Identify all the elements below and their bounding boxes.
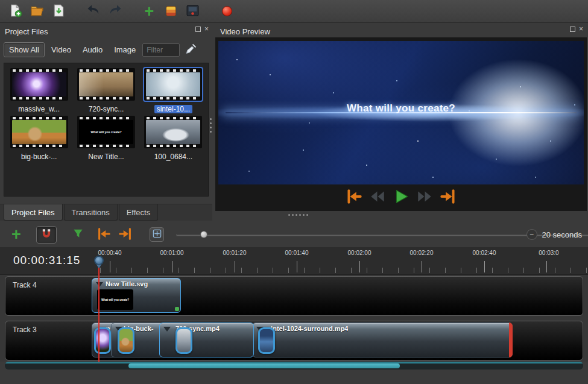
ruler-tick-label: 00:02:20 (410, 250, 434, 256)
close-icon: × (579, 25, 583, 33)
float-icon (195, 27, 201, 32)
panel-close-button[interactable]: × (204, 27, 209, 32)
rewind-icon (369, 188, 386, 207)
file-label: New Title... (88, 153, 124, 161)
tab-transitions[interactable]: Transitions (64, 204, 118, 221)
video-overlay-text: What will you create? (218, 102, 584, 115)
minor-ticks (100, 268, 588, 273)
center-on-playhead-button[interactable] (150, 227, 164, 242)
clip-sintel[interactable]: sintel-1024-surround.mp4 (252, 323, 513, 357)
clip-720-sync[interactable]: 720-sync.mp4 (159, 323, 254, 357)
timeline-section: + − 20 seconds (0, 222, 588, 384)
choose-profile-button[interactable] (163, 3, 179, 19)
horizontal-splitter-handle[interactable] (288, 214, 308, 216)
jump-to-start-button[interactable] (345, 188, 363, 206)
undo-button[interactable] (85, 3, 101, 19)
import-files-button[interactable]: + (141, 3, 157, 19)
panel-float-button[interactable] (195, 27, 201, 32)
track-3: Track 3 m big-buck- 720-sync.mp4 (5, 321, 583, 360)
video-preview-title: Video Preview (220, 27, 270, 36)
open-project-button[interactable] (29, 3, 45, 19)
marker-funnel-icon (72, 228, 84, 241)
clip-trim-marker[interactable] (509, 323, 513, 357)
tab-project-files[interactable]: Project Files (4, 204, 63, 221)
clip-new-title[interactable]: New Title.svg What will you create? (92, 278, 181, 313)
new-project-button[interactable] (7, 3, 24, 19)
close-icon: × (204, 25, 209, 33)
jump-end-icon (440, 188, 457, 207)
filter-image-button[interactable]: Image (109, 43, 141, 57)
zoom-out-button[interactable]: − (526, 229, 537, 240)
save-icon (52, 4, 66, 19)
clip-thumbnail (94, 327, 111, 354)
center-playhead-icon (153, 229, 162, 240)
record-button[interactable] (219, 3, 235, 19)
filter-input[interactable] (142, 43, 180, 57)
timeline-scrollbar-thumb[interactable] (128, 364, 400, 368)
add-track-plus-icon: + (11, 228, 21, 241)
profile-icon (166, 6, 176, 16)
file-thumbnail-selected (144, 68, 202, 101)
file-item-sintel[interactable]: sintel-10... (140, 68, 207, 113)
clip-big-buck[interactable]: big-buck- (111, 323, 164, 357)
ruler-tick-label: 00:01:00 (160, 250, 184, 256)
clip-menu-caret-icon[interactable] (96, 282, 103, 287)
clip-resize-handle[interactable] (175, 307, 179, 311)
video-frame: What will you create? (218, 41, 584, 184)
undo-icon (86, 3, 101, 19)
playhead-marker[interactable] (94, 256, 104, 265)
clip-label: New Title.svg (106, 280, 148, 288)
open-folder-icon (30, 4, 44, 19)
clip-menu-caret-icon[interactable] (163, 327, 171, 332)
timeline-toolbar: + − 20 seconds (0, 224, 588, 245)
track-name: Track 3 (13, 326, 37, 334)
panel-close-button[interactable]: × (579, 27, 583, 32)
file-item-massive[interactable]: massive_w... (5, 68, 72, 113)
file-thumbnail (144, 116, 202, 148)
fast-forward-button[interactable] (416, 188, 434, 206)
file-thumbnail (10, 68, 68, 101)
slider-thumb[interactable] (200, 231, 207, 238)
play-button[interactable] (392, 188, 410, 206)
ruler-tick-label: 00:00:40 (98, 250, 122, 256)
add-track-button[interactable]: + (8, 227, 24, 242)
filter-show-all-button[interactable]: Show All (4, 42, 45, 57)
filter-audio-button[interactable]: Audio (78, 43, 107, 57)
tab-effects[interactable]: Effects (119, 204, 159, 221)
jump-to-end-button[interactable] (439, 188, 457, 206)
file-label: 100_0684... (154, 153, 192, 161)
vertical-splitter-handle[interactable] (210, 118, 212, 133)
next-marker-button[interactable] (117, 226, 134, 243)
previous-marker-button[interactable] (95, 226, 112, 243)
record-icon (222, 6, 232, 16)
file-item-new-title[interactable]: What will you create? New Title... (72, 116, 139, 161)
main-toolbar: + (0, 0, 588, 23)
redo-button[interactable] (107, 3, 123, 19)
file-label: 720-sync... (89, 105, 124, 113)
panel-float-button[interactable] (570, 27, 575, 32)
add-marker-button[interactable] (70, 227, 86, 242)
file-thumbnail (77, 68, 135, 101)
file-item-big-buck[interactable]: big-buck-... (5, 116, 72, 161)
ruler-tick-label: 00:02:40 (473, 250, 496, 256)
track-name: Track 4 (13, 281, 37, 289)
snapping-toggle-button[interactable] (36, 226, 57, 244)
timeline-scrollbar[interactable] (5, 362, 583, 370)
video-preview-body: What will you create? (215, 37, 587, 211)
file-item-720-sync[interactable]: 720-sync... (72, 68, 139, 113)
export-video-button[interactable] (185, 3, 201, 19)
timeline-zoom-slider[interactable] (176, 228, 241, 241)
rewind-button[interactable] (368, 188, 387, 206)
save-project-button[interactable] (51, 3, 67, 19)
clear-filter-button[interactable] (185, 43, 197, 57)
playback-controls (215, 188, 587, 206)
timeline-ruler[interactable]: 00:00:31:15 00:00:40 00:01:00 00:01:20 0… (0, 247, 588, 275)
file-item-100-0684[interactable]: 100_0684... (140, 116, 207, 161)
project-files-title: Project Files (5, 27, 48, 36)
current-time-display: 00:00:31:15 (13, 254, 80, 267)
stars-decoration (236, 59, 238, 60)
project-files-panel: Project Files × Show All Video Audio Ima… (0, 23, 212, 222)
file-label: sintel-10... (154, 105, 192, 113)
filter-video-button[interactable]: Video (46, 43, 76, 57)
next-marker-icon (118, 227, 133, 243)
